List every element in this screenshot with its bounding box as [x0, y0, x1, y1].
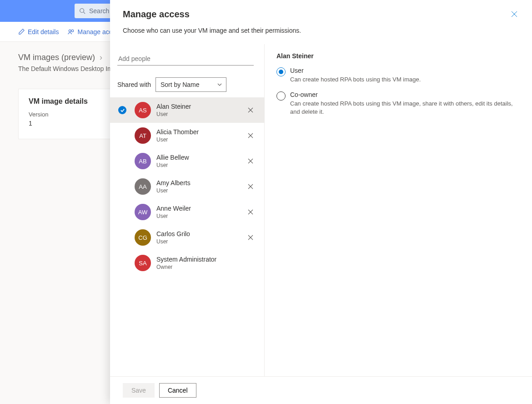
person-row[interactable]: AAAmy AlbertsUser: [110, 174, 264, 199]
sort-value: Sort by Name: [161, 81, 200, 88]
panel-subtitle: Choose who can use your VM image and set…: [123, 27, 519, 34]
person-role: User: [156, 238, 239, 246]
person-name: Carlos Grilo: [156, 230, 239, 238]
permission-description: Can create hosted RPA bots using this VM…: [290, 76, 421, 84]
person-row[interactable]: ATAlicia ThomberUser: [110, 123, 264, 148]
person-role: User: [156, 213, 239, 220]
add-people-input[interactable]: [117, 52, 254, 66]
person-role: User: [156, 162, 239, 169]
remove-person-button[interactable]: [244, 206, 257, 218]
person-info: System AdministratorOwner: [156, 255, 239, 271]
person-name: Anne Weiler: [156, 204, 239, 212]
cancel-button[interactable]: Cancel: [159, 383, 196, 398]
person-info: Anne WeilerUser: [156, 204, 239, 220]
person-row[interactable]: SASystem AdministratorOwner: [110, 250, 264, 276]
person-row[interactable]: ABAllie BellewUser: [110, 148, 264, 174]
avatar: AS: [135, 102, 151, 118]
chevron-right-icon: ›: [100, 53, 102, 62]
permission-description: Can create hosted RPA bots using this VM…: [290, 100, 519, 116]
avatar: AA: [135, 178, 151, 195]
person-role: User: [156, 187, 239, 195]
permission-label: Co-owner: [290, 91, 519, 98]
remove-person-button[interactable]: [244, 180, 257, 193]
share-icon: [68, 28, 75, 35]
person-info: Allie BellewUser: [156, 153, 239, 169]
panel-title: Manage access: [123, 9, 190, 20]
permission-option[interactable]: Co-ownerCan create hosted RPA bots using…: [276, 91, 519, 116]
radio-icon: [276, 67, 286, 76]
remove-person-button[interactable]: [244, 129, 257, 142]
person-check[interactable]: [115, 106, 129, 114]
person-name: Allie Bellew: [156, 153, 239, 162]
edit-details-button[interactable]: Edit details: [18, 28, 59, 35]
chevron-down-icon: [217, 82, 222, 87]
person-role: User: [156, 111, 239, 118]
radio-icon: [276, 91, 286, 101]
sort-dropdown[interactable]: Sort by Name: [156, 77, 226, 92]
search-icon: [79, 8, 85, 14]
permissions-pane: Alan Steiner UserCan create hosted RPA b…: [265, 44, 532, 376]
avatar: SA: [135, 255, 151, 271]
breadcrumb-parent[interactable]: VM images (preview): [18, 53, 95, 62]
person-info: Alicia ThomberUser: [156, 128, 239, 144]
close-icon: [248, 133, 253, 138]
person-name: Amy Alberts: [156, 179, 239, 187]
avatar: AT: [135, 127, 151, 144]
people-pane: Shared with Sort by Name ASAlan SteinerU…: [110, 44, 265, 376]
person-info: Carlos GriloUser: [156, 230, 239, 246]
close-button[interactable]: [509, 9, 519, 20]
close-icon: [248, 184, 253, 189]
close-icon: [248, 235, 253, 240]
person-name: Alan Steiner: [156, 102, 239, 111]
person-name: System Administrator: [156, 255, 239, 263]
person-role: Owner: [156, 264, 239, 271]
permission-label: User: [290, 67, 421, 74]
avatar: AB: [135, 153, 151, 169]
person-role: User: [156, 136, 239, 144]
person-row[interactable]: CGCarlos GriloUser: [110, 225, 264, 250]
person-row[interactable]: ASAlan SteinerUser: [110, 97, 264, 123]
svg-point-2: [69, 30, 71, 32]
shared-with-label: Shared with: [117, 81, 151, 88]
person-name: Alicia Thomber: [156, 128, 239, 136]
remove-person-button[interactable]: [244, 231, 257, 244]
close-icon: [248, 107, 253, 113]
remove-person-button[interactable]: [244, 104, 257, 116]
person-row[interactable]: AWAnne WeilerUser: [110, 199, 264, 225]
permission-option[interactable]: UserCan create hosted RPA bots using thi…: [276, 67, 519, 84]
save-button[interactable]: Save: [123, 383, 155, 398]
svg-line-1: [84, 12, 85, 14]
remove-person-button[interactable]: [244, 155, 257, 167]
close-icon: [511, 11, 517, 17]
svg-point-0: [80, 9, 84, 13]
avatar: CG: [135, 229, 151, 246]
person-info: Amy AlbertsUser: [156, 179, 239, 195]
people-list: ASAlan SteinerUserATAlicia ThomberUserAB…: [110, 97, 264, 376]
pencil-icon: [18, 28, 25, 35]
close-icon: [248, 209, 253, 215]
check-icon: [120, 108, 125, 113]
search-placeholder: Search: [89, 7, 109, 15]
manage-access-panel: Manage access Choose who can use your VM…: [110, 0, 532, 404]
panel-footer: Save Cancel: [110, 376, 532, 404]
svg-point-3: [71, 30, 74, 32]
person-info: Alan SteinerUser: [156, 102, 239, 118]
selected-person-name: Alan Steiner: [276, 52, 519, 60]
close-icon: [248, 158, 253, 164]
avatar: AW: [135, 204, 151, 220]
